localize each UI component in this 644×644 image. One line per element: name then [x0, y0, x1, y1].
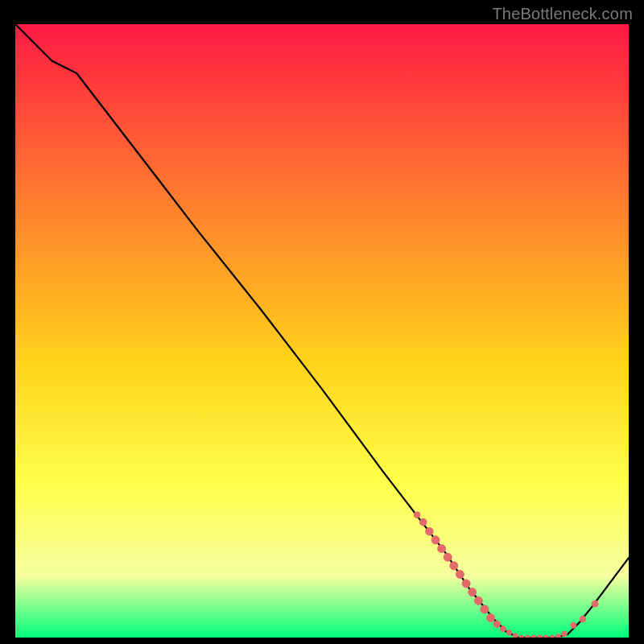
curve-marker: [538, 635, 543, 638]
curve-marker: [474, 597, 482, 605]
curve-marker: [531, 635, 536, 638]
curve-marker: [481, 605, 489, 613]
curve-marker: [426, 527, 434, 535]
gradient-background: [15, 24, 629, 638]
watermark-text: TheBottleneck.com: [492, 5, 633, 23]
chart-container: TheBottleneck.com: [0, 0, 644, 644]
curve-marker: [543, 635, 548, 638]
curve-marker: [493, 621, 500, 627]
curve-marker: [487, 614, 495, 622]
curve-marker: [562, 631, 568, 637]
curve-marker: [500, 626, 506, 632]
curve-marker: [456, 571, 464, 579]
curve-marker: [419, 518, 427, 526]
curve-marker: [592, 601, 598, 607]
curve-marker: [571, 622, 576, 628]
curve-marker: [444, 553, 452, 561]
curve-marker: [525, 635, 530, 638]
curve-marker: [555, 634, 560, 638]
bottleneck-chart: [15, 24, 629, 638]
plot-area: [15, 24, 629, 638]
curve-marker: [513, 634, 518, 638]
curve-marker: [580, 616, 586, 622]
curve-marker: [519, 635, 524, 638]
curve-marker: [438, 545, 446, 553]
curve-marker: [550, 635, 555, 638]
curve-marker: [450, 562, 458, 570]
curve-marker: [462, 580, 470, 588]
curve-marker: [469, 588, 477, 597]
curve-marker: [506, 630, 511, 635]
curve-marker: [431, 536, 440, 544]
curve-marker: [414, 512, 420, 518]
